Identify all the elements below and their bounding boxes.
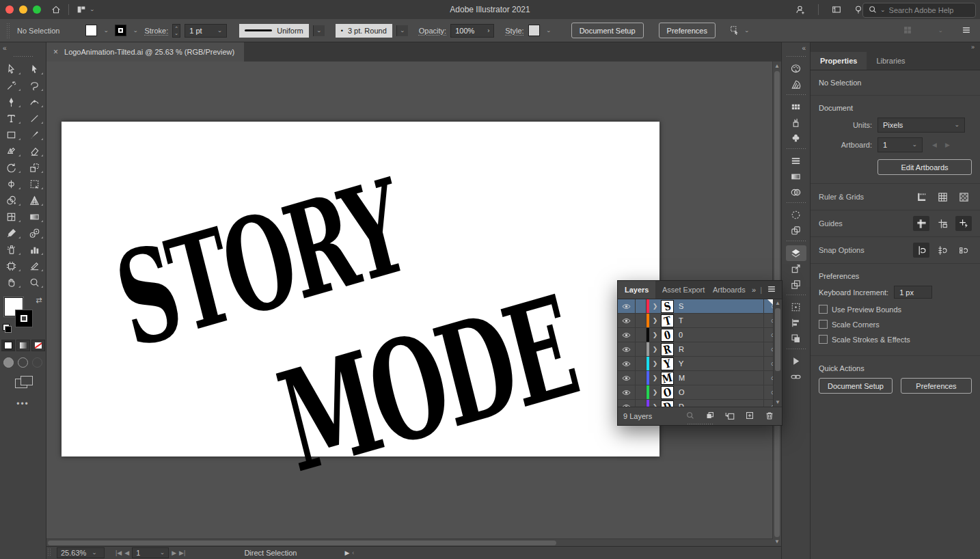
clipping-mask-icon[interactable] bbox=[705, 410, 716, 422]
select-similar-icon[interactable] bbox=[729, 25, 740, 37]
panel-actions-icon[interactable] bbox=[786, 353, 806, 369]
lock-guides-icon[interactable] bbox=[934, 216, 951, 231]
drag-grip[interactable] bbox=[7, 23, 10, 38]
preferences-button[interactable]: Preferences bbox=[659, 23, 716, 38]
prev-artboard-icon[interactable]: ◀ bbox=[932, 141, 937, 148]
chevron-down-icon[interactable]: ⌄ bbox=[90, 7, 95, 12]
checkbox-use-preview-bounds[interactable] bbox=[819, 305, 828, 314]
expand-chevron-icon[interactable]: ❯ bbox=[649, 346, 661, 353]
last-artboard-icon[interactable]: ▶| bbox=[179, 549, 185, 556]
mesh-tool[interactable] bbox=[0, 208, 23, 225]
symbol-sprayer-tool[interactable] bbox=[0, 241, 23, 258]
chevron-down-icon[interactable]: ⌄ bbox=[101, 25, 111, 36]
new-sublayer-icon[interactable] bbox=[724, 410, 735, 422]
tab-layers[interactable]: Layers bbox=[618, 281, 655, 299]
layer-name[interactable]: Y bbox=[679, 359, 763, 368]
lock-toggle-cell[interactable] bbox=[636, 342, 646, 356]
lasso-tool[interactable] bbox=[23, 77, 46, 94]
quick-preferences-button[interactable]: Preferences bbox=[901, 378, 972, 394]
close-window-button[interactable] bbox=[5, 5, 14, 14]
units-dropdown[interactable]: Pixels⌄ bbox=[877, 118, 965, 133]
lock-toggle-cell[interactable] bbox=[636, 328, 646, 342]
draw-normal-mode[interactable] bbox=[3, 357, 14, 368]
layer-row-R[interactable]: ❯RR○ bbox=[618, 342, 782, 357]
layer-name[interactable]: 0 bbox=[679, 331, 763, 339]
layer-row-D[interactable]: ❯DD○ bbox=[618, 400, 782, 407]
document-tab[interactable]: × LogoAnimation-Tilted.ai @ 25.63 % (RGB… bbox=[46, 42, 244, 62]
drag-grip[interactable] bbox=[786, 240, 806, 243]
artboard[interactable]: STORY MODE bbox=[62, 122, 659, 456]
scroll-up-icon[interactable]: ▲ bbox=[773, 62, 781, 70]
lock-toggle-cell[interactable] bbox=[636, 385, 646, 399]
visibility-eye-icon[interactable] bbox=[618, 357, 636, 370]
snap-to-pixel-icon[interactable] bbox=[955, 243, 972, 258]
scroll-up-icon[interactable]: ▲ bbox=[774, 299, 782, 308]
collect-export-icon[interactable] bbox=[665, 410, 676, 422]
layer-name[interactable]: S bbox=[679, 302, 763, 310]
search-input[interactable] bbox=[888, 5, 971, 15]
width-profile-dropdown[interactable]: Uniform bbox=[239, 24, 309, 38]
transparency-grid-icon[interactable] bbox=[955, 189, 972, 204]
layer-thumbnail[interactable]: T bbox=[661, 314, 674, 327]
layers-scrollbar[interactable]: ▲ ▼ bbox=[773, 299, 782, 407]
color-mode-button[interactable] bbox=[1, 340, 15, 351]
drag-grip[interactable] bbox=[13, 55, 33, 58]
edit-toolbar-icon[interactable]: ••• bbox=[0, 399, 46, 409]
layer-row-T[interactable]: ❯TT○ bbox=[618, 314, 782, 328]
panel-overflow-icon[interactable]: » bbox=[811, 42, 980, 52]
artboard-dropdown[interactable]: 1⌄ bbox=[877, 137, 923, 152]
expand-chevron-icon[interactable]: ❯ bbox=[649, 374, 661, 381]
brush-definition-dropdown[interactable]: • 3 pt. Round bbox=[336, 24, 392, 38]
search-icon[interactable] bbox=[685, 410, 696, 422]
curvature-tool[interactable] bbox=[23, 94, 46, 110]
layer-row-Y[interactable]: ❯YY○ bbox=[618, 357, 782, 371]
tab-asset-export[interactable]: Asset Export bbox=[655, 281, 706, 299]
blend-tool[interactable] bbox=[23, 225, 46, 241]
visibility-eye-icon[interactable] bbox=[618, 299, 636, 313]
layer-row-S[interactable]: ❯SS○ bbox=[618, 299, 782, 314]
smart-guides-icon[interactable] bbox=[955, 216, 972, 231]
expand-chevron-icon[interactable]: ❯ bbox=[649, 389, 661, 396]
visibility-eye-icon[interactable] bbox=[618, 400, 636, 407]
expand-chevron-icon[interactable]: ❯ bbox=[649, 331, 661, 338]
panel-brushes-icon[interactable] bbox=[786, 115, 806, 131]
draw-behind-mode[interactable] bbox=[18, 357, 28, 368]
direct-selection-tool[interactable] bbox=[23, 61, 46, 77]
panel-layers-icon[interactable] bbox=[786, 245, 806, 261]
panel-toggle-icon[interactable] bbox=[828, 2, 845, 17]
drag-grip[interactable] bbox=[786, 348, 806, 351]
none-mode-button[interactable] bbox=[31, 340, 45, 351]
layer-thumbnail[interactable]: D bbox=[661, 400, 674, 407]
layer-row-O[interactable]: ❯OO○ bbox=[618, 385, 782, 400]
eraser-tool[interactable] bbox=[23, 143, 46, 159]
delete-layer-icon[interactable] bbox=[764, 410, 775, 422]
panel-menu-icon[interactable] bbox=[766, 284, 777, 296]
layer-name[interactable]: M bbox=[679, 374, 763, 382]
keyboard-increment-field[interactable]: 1 px bbox=[894, 286, 932, 299]
panel-graphic-styles-icon[interactable] bbox=[786, 223, 806, 238]
visibility-eye-icon[interactable] bbox=[618, 371, 636, 385]
expand-chevron-icon[interactable]: ❯ bbox=[649, 360, 661, 367]
line-segment-tool[interactable] bbox=[23, 110, 46, 126]
panel-align-icon[interactable] bbox=[786, 315, 806, 331]
panel-links-icon[interactable] bbox=[786, 369, 806, 385]
panel-transparency-icon[interactable] bbox=[786, 185, 806, 200]
stroke-link[interactable]: Stroke: bbox=[144, 27, 168, 35]
visibility-eye-icon[interactable] bbox=[618, 385, 636, 399]
panel-pathfinder-icon[interactable] bbox=[786, 331, 806, 346]
artboard-tool[interactable] bbox=[0, 258, 23, 274]
layer-row-0[interactable]: ❯00○ bbox=[618, 328, 782, 342]
slice-tool[interactable] bbox=[23, 258, 46, 274]
swap-fill-stroke-icon[interactable]: ⇄ bbox=[36, 296, 42, 305]
panel-appearance-icon[interactable] bbox=[786, 207, 806, 223]
collapse-icon[interactable]: ‹ bbox=[352, 549, 354, 556]
drag-grip[interactable] bbox=[786, 294, 806, 297]
chevron-down-icon[interactable]: ⌄ bbox=[396, 25, 408, 36]
chevron-down-icon[interactable]: ⌄ bbox=[880, 8, 886, 13]
scroll-down-icon[interactable]: ▼ bbox=[774, 398, 782, 407]
visibility-eye-icon[interactable] bbox=[618, 328, 636, 342]
stroke-proxy[interactable] bbox=[15, 310, 33, 327]
chevron-down-icon[interactable]: ⌄ bbox=[744, 28, 750, 33]
close-tab-icon[interactable]: × bbox=[53, 47, 58, 57]
panel-stroke-icon[interactable] bbox=[786, 153, 806, 169]
